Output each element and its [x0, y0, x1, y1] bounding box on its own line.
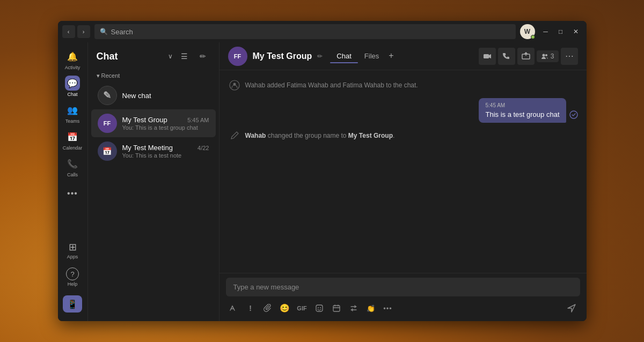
search-placeholder: Search: [111, 28, 133, 36]
system-msg-actor: Wahab: [245, 132, 266, 139]
sidebar-item-label-calls: Calls: [67, 172, 78, 177]
members-button[interactable]: 3: [537, 50, 559, 62]
chat-list-header: Chat ∨ ☰ ✏: [88, 42, 219, 68]
video-call-button[interactable]: [479, 48, 496, 65]
group-name-row: My Test Group 5:45 AM: [122, 116, 209, 124]
title-bar: ‹ › 🔍 Search W ─ □ ✕: [58, 21, 587, 42]
svg-point-4: [545, 54, 547, 56]
chat-header-actions: 3 ⋯: [479, 48, 578, 65]
title-bar-right: W: [520, 24, 535, 39]
svg-rect-0: [484, 54, 489, 58]
new-chat-item[interactable]: ✎ New chat: [91, 81, 216, 109]
edit-group-name-icon[interactable]: ✏: [317, 53, 323, 60]
chat-caret-icon[interactable]: ∨: [168, 53, 173, 60]
sidebar-item-label-chat: Chat: [67, 92, 77, 97]
group-chat-name: My Test Group: [122, 116, 167, 124]
attach-button[interactable]: [260, 301, 275, 316]
activity-icon: 🔔: [65, 49, 80, 64]
format-button[interactable]: [226, 301, 241, 316]
message-bubble-row: 5:45 AM This is a test group chat: [228, 98, 578, 123]
message-input-placeholder: Type a new message: [233, 283, 299, 291]
system-icon-2: [228, 129, 241, 142]
audio-call-button[interactable]: [498, 48, 515, 65]
help-icon: ?: [66, 267, 79, 280]
maximize-button[interactable]: □: [554, 25, 567, 38]
group-avatar-initials: FF: [104, 120, 111, 127]
new-chat-icon: ✎: [103, 90, 111, 101]
sidebar-item-calls[interactable]: 📞 Calls: [60, 154, 85, 180]
urgent-button[interactable]: !: [243, 301, 258, 316]
svg-point-10: [320, 307, 321, 308]
group-chat-preview: You: This is a test group chat: [122, 124, 209, 131]
icon-sidebar: 🔔 Activity 💬 Chat 👥 Teams 📅 Calendar 📞 C…: [58, 42, 88, 321]
meeting-name-row: My Test Meeting 4/22: [122, 144, 209, 152]
recent-label: ▾ Recent: [88, 68, 219, 81]
avatar[interactable]: W: [520, 24, 535, 39]
svg-rect-11: [333, 306, 340, 311]
members-count: 3: [551, 53, 554, 60]
sidebar-item-activity[interactable]: 🔔 Activity: [60, 47, 85, 72]
bubble-text: This is a test group chat: [485, 110, 559, 118]
system-msg-after: .: [393, 132, 394, 139]
messages-area: Wahab added Fatima Wahab and Fatima Waha…: [219, 70, 587, 273]
sidebar-item-calendar[interactable]: 📅 Calendar: [60, 127, 85, 153]
chat-item-group[interactable]: FF My Test Group 5:45 AM You: This is a …: [91, 109, 216, 137]
chat-item-meeting[interactable]: 📅 My Test Meeting 4/22 You: This is a te…: [91, 137, 216, 165]
sidebar-item-more[interactable]: •••: [60, 181, 85, 206]
window-controls: ─ □ ✕: [539, 25, 582, 38]
nav-buttons: ‹ ›: [62, 25, 90, 38]
sidebar-item-help[interactable]: ? Help: [60, 264, 85, 290]
group-chat-avatar: FF: [98, 114, 117, 133]
giphy-button[interactable]: GIF: [295, 301, 310, 316]
svg-marker-1: [489, 54, 491, 58]
loop-button[interactable]: [346, 301, 361, 316]
schedule-button[interactable]: [329, 301, 344, 316]
new-chat-button[interactable]: ✏: [195, 49, 210, 64]
more-options-button[interactable]: ⋯: [561, 48, 578, 65]
read-receipt-icon: [569, 110, 578, 121]
calendar-icon: 📅: [65, 129, 80, 144]
system-icon-1: [228, 79, 241, 92]
group-chat-time: 5:45 AM: [187, 117, 209, 123]
system-message-1-text: Wahab added Fatima Wahab and Fatima Waha…: [245, 81, 418, 89]
message-input-box[interactable]: Type a new message: [226, 278, 580, 296]
minimize-button[interactable]: ─: [539, 25, 552, 38]
close-button[interactable]: ✕: [569, 25, 582, 38]
share-screen-button[interactable]: [517, 48, 535, 65]
sidebar-item-label-apps: Apps: [67, 254, 78, 259]
apps-icon: ⊞: [69, 241, 77, 253]
sticker-button[interactable]: [312, 301, 327, 316]
search-bar[interactable]: 🔍 Search: [94, 24, 516, 39]
group-chat-info: My Test Group 5:45 AM You: This is a tes…: [122, 116, 209, 131]
tab-chat[interactable]: Chat: [330, 49, 357, 63]
chat-main: FF My Test Group ✏ Chat Files +: [219, 42, 587, 321]
chat-header: FF My Test Group ✏ Chat Files +: [219, 42, 587, 70]
system-message-2-text: Wahab changed the group name to My Test …: [245, 132, 395, 139]
sidebar-item-chat[interactable]: 💬 Chat: [60, 73, 85, 99]
chat-header-title: My Test Group: [253, 51, 312, 61]
tab-files[interactable]: Files: [358, 49, 385, 63]
forward-button[interactable]: ›: [77, 25, 90, 38]
calls-icon: 📞: [65, 156, 80, 171]
main-content: 🔔 Activity 💬 Chat 👥 Teams 📅 Calendar 📞 C…: [58, 42, 587, 321]
filter-button[interactable]: ☰: [177, 49, 192, 64]
bubble-time: 5:45 AM: [485, 102, 559, 108]
sidebar-item-teams[interactable]: 👥 Teams: [60, 100, 85, 126]
add-tab-button[interactable]: +: [385, 49, 397, 63]
back-button[interactable]: ‹: [62, 25, 75, 38]
chat-header-avatar: FF: [228, 47, 247, 66]
phone-icon: 📱: [67, 299, 78, 309]
emoji-button[interactable]: 😊: [277, 301, 292, 316]
send-button[interactable]: [563, 300, 580, 317]
message-input-area: Type a new message ! 😊 GIF: [219, 273, 587, 321]
teams-icon: 👥: [65, 102, 80, 117]
sidebar-item-apps[interactable]: ⊞ Apps: [60, 237, 85, 263]
praise-button[interactable]: 👏: [363, 301, 378, 316]
message-bubble: 5:45 AM This is a test group chat: [479, 98, 566, 123]
svg-rect-8: [316, 305, 323, 311]
sidebar-item-label-teams: Teams: [65, 118, 80, 124]
meeting-chat-name: My Test Meeting: [122, 144, 173, 152]
phone-tab-active[interactable]: 📱: [63, 295, 82, 313]
more-options-toolbar[interactable]: •••: [380, 301, 396, 316]
meeting-chat-preview: You: This is a test note: [122, 152, 209, 159]
